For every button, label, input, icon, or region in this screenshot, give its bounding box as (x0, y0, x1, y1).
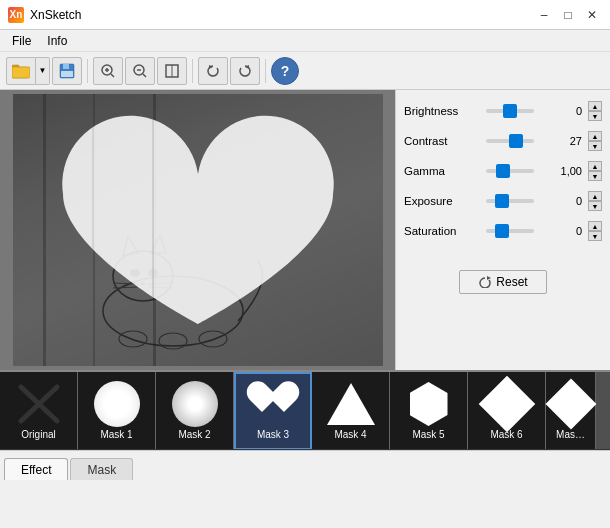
saturation-row: Saturation 0 ▲ ▼ (404, 220, 602, 242)
exposure-row: Exposure 0 ▲ ▼ (404, 190, 602, 212)
reset-area: Reset (404, 270, 602, 294)
title-bar-left: Xn XnSketch (8, 7, 81, 23)
open-folder-icon (12, 63, 30, 79)
mask2-icon (170, 382, 220, 427)
open-button[interactable] (6, 57, 36, 85)
tab-effect[interactable]: Effect (4, 458, 68, 480)
right-panel: Brightness 0 ▲ ▼ Contrast 27 ▲ ▼ Gamma (395, 90, 610, 370)
rotate-left-button[interactable] (198, 57, 228, 85)
svg-rect-2 (12, 67, 30, 78)
gamma-up[interactable]: ▲ (588, 161, 602, 171)
toolbar-sep-2 (192, 59, 193, 83)
exposure-up[interactable]: ▲ (588, 191, 602, 201)
contrast-down[interactable]: ▼ (588, 141, 602, 151)
saturation-label: Saturation (404, 225, 476, 237)
gamma-value: 1,00 (544, 165, 582, 177)
image-area[interactable] (0, 90, 395, 370)
menu-bar: File Info (0, 30, 610, 52)
menu-info[interactable]: Info (39, 32, 75, 50)
mask-original[interactable]: Original (0, 372, 78, 450)
brightness-slider[interactable] (486, 109, 534, 113)
fit-button[interactable] (157, 57, 187, 85)
title-bar: Xn XnSketch – □ ✕ (0, 0, 610, 30)
gamma-spinner: ▲ ▼ (588, 161, 602, 181)
open-button-group: ▼ (6, 57, 50, 85)
svg-marker-35 (487, 276, 491, 280)
svg-line-9 (111, 74, 114, 77)
app-icon: Xn (8, 7, 24, 23)
saturation-spinner: ▲ ▼ (588, 221, 602, 241)
mask-2[interactable]: Mask 2 (156, 372, 234, 450)
svg-line-12 (143, 74, 146, 77)
svg-rect-4 (63, 64, 69, 69)
help-button[interactable]: ? (271, 57, 299, 85)
minimize-button[interactable]: – (534, 5, 554, 25)
menu-file[interactable]: File (4, 32, 39, 50)
gamma-row: Gamma 1,00 ▲ ▼ (404, 160, 602, 182)
open-dropdown-button[interactable]: ▼ (36, 57, 50, 85)
saturation-slider[interactable] (486, 229, 534, 233)
brightness-label: Brightness (404, 105, 476, 117)
exposure-slider[interactable] (486, 199, 534, 203)
rotate-right-button[interactable] (230, 57, 260, 85)
mask3-icon (248, 382, 298, 427)
mask-strip-wrapper: Original Mask 1 Mask 2 Mask 3 (0, 370, 610, 450)
exposure-value: 0 (544, 195, 582, 207)
exposure-spinner: ▲ ▼ (588, 191, 602, 211)
contrast-row: Contrast 27 ▲ ▼ (404, 130, 602, 152)
mask-7-label: Mas… (556, 429, 585, 440)
zoom-out-button[interactable] (125, 57, 155, 85)
mask-1[interactable]: Mask 1 (78, 372, 156, 450)
mask-strip: Original Mask 1 Mask 2 Mask 3 (0, 370, 610, 450)
maximize-button[interactable]: □ (558, 5, 578, 25)
saturation-up[interactable]: ▲ (588, 221, 602, 231)
mask-3-label: Mask 3 (257, 429, 289, 440)
mask-5-label: Mask 5 (412, 429, 444, 440)
saturation-value: 0 (544, 225, 582, 237)
rotate-left-icon (205, 63, 221, 79)
mask-6[interactable]: Mask 6 (468, 372, 546, 450)
mask4-icon (326, 382, 376, 427)
save-button[interactable] (52, 57, 82, 85)
contrast-value: 27 (544, 135, 582, 147)
mask1-icon (92, 382, 142, 427)
gamma-down[interactable]: ▼ (588, 171, 602, 181)
toolbar-sep-1 (87, 59, 88, 83)
app-title: XnSketch (30, 8, 81, 22)
contrast-spinner: ▲ ▼ (588, 131, 602, 151)
reset-label: Reset (496, 275, 527, 289)
mask-2-label: Mask 2 (178, 429, 210, 440)
mask-4[interactable]: Mask 4 (312, 372, 390, 450)
gamma-slider[interactable] (486, 169, 534, 173)
rotate-right-icon (237, 63, 253, 79)
zoom-in-icon (100, 63, 116, 79)
mask-7[interactable]: Mas… (546, 372, 596, 450)
original-x-icon (14, 382, 64, 427)
svg-rect-5 (61, 71, 73, 77)
brightness-down[interactable]: ▼ (588, 111, 602, 121)
zoom-in-button[interactable] (93, 57, 123, 85)
zoom-out-icon (132, 63, 148, 79)
exposure-down[interactable]: ▼ (588, 201, 602, 211)
toolbar-sep-3 (265, 59, 266, 83)
close-button[interactable]: ✕ (582, 5, 602, 25)
mask-3[interactable]: Mask 3 (234, 372, 312, 450)
reset-icon (478, 276, 492, 288)
contrast-label: Contrast (404, 135, 476, 147)
save-icon (59, 63, 75, 79)
contrast-slider[interactable] (486, 139, 534, 143)
mask6-icon (482, 382, 532, 427)
tab-mask[interactable]: Mask (70, 458, 133, 480)
brightness-row: Brightness 0 ▲ ▼ (404, 100, 602, 122)
mask-original-label: Original (21, 429, 55, 440)
mask-4-label: Mask 4 (334, 429, 366, 440)
mask7-icon (546, 382, 596, 427)
reset-button[interactable]: Reset (459, 270, 546, 294)
mask-5[interactable]: Mask 5 (390, 372, 468, 450)
image-canvas (13, 94, 383, 366)
bottom-tabs: Effect Mask (0, 450, 610, 480)
contrast-up[interactable]: ▲ (588, 131, 602, 141)
brightness-up[interactable]: ▲ (588, 101, 602, 111)
saturation-down[interactable]: ▼ (588, 231, 602, 241)
toolbar: ▼ (0, 52, 610, 90)
